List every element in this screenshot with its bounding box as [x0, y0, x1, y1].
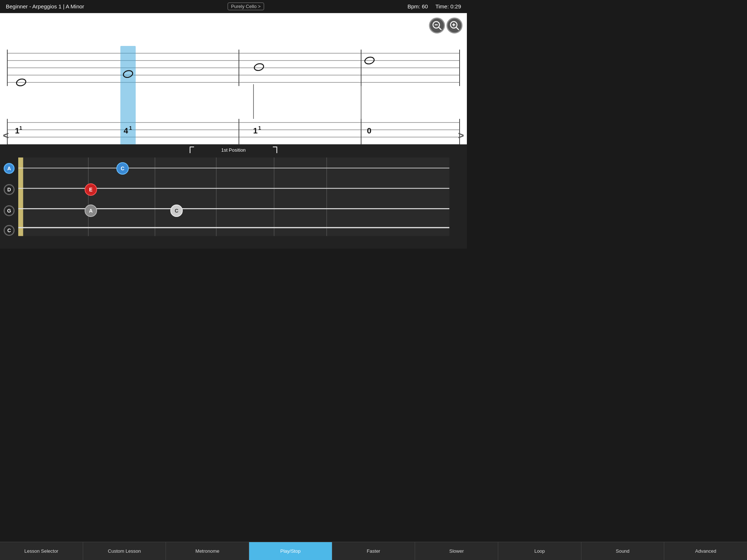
nav-left-arrow[interactable]: < [3, 130, 9, 141]
svg-text:1: 1 [258, 125, 261, 131]
position-bracket-right [273, 147, 277, 153]
header: Beginner - Arpeggios 1 | A Minor Purely … [0, 0, 467, 13]
svg-text:1: 1 [253, 126, 258, 135]
finger-dot-c-a: C [116, 162, 129, 175]
position-label: 1st Position [221, 147, 245, 153]
string-label-d: D [4, 184, 15, 195]
svg-point-29 [253, 63, 264, 71]
position-bracket-left [190, 147, 194, 153]
finger-dot-a-g: A [85, 205, 97, 217]
finger-dot-c-g: C [170, 205, 183, 217]
header-title: Beginner - Arpeggios 1 | A Minor [6, 3, 84, 9]
string-label-a: A [4, 163, 15, 174]
zoom-controls [429, 18, 462, 34]
sheet-area: 1 1 4 1 1 1 0 < > [0, 13, 467, 144]
svg-rect-39 [18, 158, 23, 236]
svg-text:4: 4 [124, 126, 128, 135]
string-label-g: G [4, 205, 15, 216]
bpm-label: Bpm: 60 [407, 3, 428, 9]
svg-line-2 [439, 27, 441, 30]
svg-text:1: 1 [15, 126, 19, 135]
header-info: Bpm: 60 Time: 0:29 [407, 3, 461, 9]
svg-text:0: 0 [367, 126, 371, 135]
header-logo: Purely Cello > [228, 3, 264, 10]
fingerboard-area: 1st Position A D G C C E A C [0, 144, 467, 249]
nav-right-arrow[interactable]: > [458, 130, 464, 141]
svg-line-6 [456, 27, 459, 30]
svg-rect-38 [18, 158, 449, 236]
string-label-c: C [4, 225, 15, 236]
finger-dot-e-d: E [85, 183, 97, 196]
zoom-in-button[interactable] [446, 18, 462, 34]
time-label: Time: 0:29 [436, 3, 461, 9]
svg-text:1: 1 [19, 125, 22, 131]
zoom-out-button[interactable] [429, 18, 445, 34]
svg-text:1: 1 [129, 125, 132, 131]
